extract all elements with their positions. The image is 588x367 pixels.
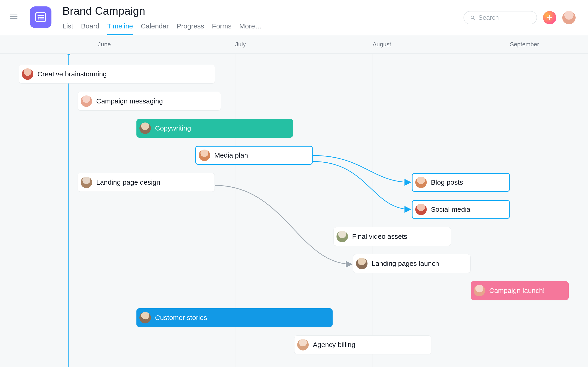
svg-point-1	[38, 15, 39, 16]
search-box[interactable]	[464, 11, 537, 24]
assignee-avatar	[415, 204, 427, 215]
tab-list[interactable]: List	[62, 22, 73, 35]
task-label: Campaign launch!	[489, 287, 545, 294]
month-september: September	[510, 35, 539, 53]
assignee-avatar	[415, 177, 427, 188]
svg-point-3	[38, 17, 39, 18]
assignee-avatar	[81, 95, 92, 107]
assignee-avatar	[139, 123, 151, 134]
assignee-avatar	[199, 150, 210, 161]
task-label: Blog posts	[431, 178, 463, 186]
assignee-avatar	[81, 177, 92, 188]
project-icon[interactable]	[30, 6, 52, 28]
task-label: Campaign messaging	[96, 97, 163, 105]
current-user-avatar[interactable]	[562, 11, 576, 24]
tab-forms[interactable]: Forms	[212, 22, 232, 35]
task-landing-page-design[interactable]: Landing page design	[78, 173, 215, 192]
tab-calendar[interactable]: Calendar	[141, 22, 169, 35]
assignee-avatar	[337, 231, 348, 242]
timeline-body[interactable]: Creative brainstorming Campaign messagin…	[0, 54, 588, 367]
app-header: Brand Campaign List Board Timeline Calen…	[0, 0, 588, 35]
task-label: Copywriting	[155, 124, 191, 132]
task-label: Landing page design	[96, 178, 160, 186]
month-june: June	[98, 35, 111, 53]
tab-board[interactable]: Board	[81, 22, 99, 35]
add-button[interactable]	[543, 11, 556, 24]
project-title: Brand Campaign	[62, 5, 262, 17]
task-social-media[interactable]: Social media	[412, 200, 510, 219]
assignee-avatar	[474, 285, 485, 296]
assignee-avatar	[139, 312, 151, 323]
tab-progress[interactable]: Progress	[177, 22, 204, 35]
gridline-september	[510, 54, 510, 367]
month-july: July	[235, 35, 246, 53]
task-copywriting[interactable]: Copywriting	[137, 119, 293, 138]
tab-timeline[interactable]: Timeline	[107, 22, 133, 35]
task-final-video-assets[interactable]: Final video assets	[334, 227, 451, 246]
search-icon	[470, 15, 475, 20]
search-input[interactable]	[478, 14, 530, 21]
month-august: August	[372, 35, 391, 53]
svg-line-8	[473, 18, 475, 19]
task-label: Media plan	[214, 151, 248, 159]
gridline-august	[372, 54, 373, 367]
task-agency-billing[interactable]: Agency billing	[294, 335, 431, 354]
task-campaign-launch[interactable]: Campaign launch!	[471, 281, 569, 300]
assignee-avatar	[356, 258, 367, 269]
today-marker-dot	[67, 54, 70, 55]
task-blog-posts[interactable]: Blog posts	[412, 173, 510, 192]
task-label: Agency billing	[313, 341, 355, 349]
task-media-plan[interactable]: Media plan	[195, 146, 313, 165]
timeline-month-header: June July August September	[0, 35, 588, 54]
task-creative-brainstorming[interactable]: Creative brainstorming	[19, 65, 215, 83]
hamburger-menu-icon[interactable]	[10, 12, 19, 21]
assignee-avatar	[22, 68, 33, 80]
task-campaign-messaging[interactable]: Campaign messaging	[78, 92, 221, 110]
task-label: Creative brainstorming	[37, 70, 107, 78]
assignee-avatar	[297, 339, 309, 350]
task-label: Final video assets	[352, 233, 407, 240]
today-marker	[69, 54, 69, 367]
task-label: Landing pages launch	[372, 260, 439, 267]
svg-point-5	[38, 18, 39, 19]
task-label: Social media	[431, 206, 470, 213]
task-landing-pages-launch[interactable]: Landing pages launch	[353, 254, 471, 273]
tab-more[interactable]: More…	[239, 22, 262, 35]
list-icon	[35, 11, 47, 23]
task-customer-stories[interactable]: Customer stories	[137, 308, 333, 327]
title-and-tabs: Brand Campaign List Board Timeline Calen…	[62, 5, 262, 35]
task-label: Customer stories	[155, 314, 207, 322]
view-tabs: List Board Timeline Calendar Progress Fo…	[62, 22, 262, 35]
header-right	[464, 11, 578, 24]
plus-icon	[547, 15, 553, 21]
